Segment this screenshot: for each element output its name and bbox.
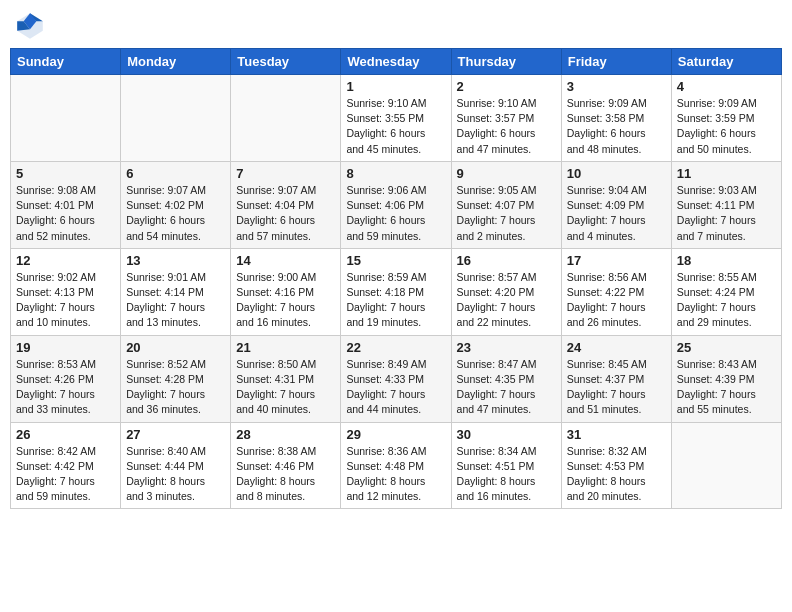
calendar-cell: 12Sunrise: 9:02 AM Sunset: 4:13 PM Dayli… bbox=[11, 248, 121, 335]
day-number: 5 bbox=[16, 166, 115, 181]
logo bbox=[14, 10, 50, 42]
day-number: 9 bbox=[457, 166, 556, 181]
day-number: 2 bbox=[457, 79, 556, 94]
week-row-0: 1Sunrise: 9:10 AM Sunset: 3:55 PM Daylig… bbox=[11, 75, 782, 162]
calendar-cell: 30Sunrise: 8:34 AM Sunset: 4:51 PM Dayli… bbox=[451, 422, 561, 509]
calendar-cell: 7Sunrise: 9:07 AM Sunset: 4:04 PM Daylig… bbox=[231, 161, 341, 248]
day-number: 15 bbox=[346, 253, 445, 268]
day-number: 23 bbox=[457, 340, 556, 355]
day-info: Sunrise: 8:32 AM Sunset: 4:53 PM Dayligh… bbox=[567, 444, 666, 505]
calendar-cell: 31Sunrise: 8:32 AM Sunset: 4:53 PM Dayli… bbox=[561, 422, 671, 509]
calendar-cell bbox=[11, 75, 121, 162]
day-number: 30 bbox=[457, 427, 556, 442]
calendar-cell: 13Sunrise: 9:01 AM Sunset: 4:14 PM Dayli… bbox=[121, 248, 231, 335]
day-number: 20 bbox=[126, 340, 225, 355]
day-number: 22 bbox=[346, 340, 445, 355]
calendar-cell: 28Sunrise: 8:38 AM Sunset: 4:46 PM Dayli… bbox=[231, 422, 341, 509]
day-info: Sunrise: 9:09 AM Sunset: 3:59 PM Dayligh… bbox=[677, 96, 776, 157]
day-info: Sunrise: 9:10 AM Sunset: 3:57 PM Dayligh… bbox=[457, 96, 556, 157]
day-info: Sunrise: 9:06 AM Sunset: 4:06 PM Dayligh… bbox=[346, 183, 445, 244]
weekday-header-saturday: Saturday bbox=[671, 49, 781, 75]
day-number: 16 bbox=[457, 253, 556, 268]
calendar-cell: 24Sunrise: 8:45 AM Sunset: 4:37 PM Dayli… bbox=[561, 335, 671, 422]
day-number: 3 bbox=[567, 79, 666, 94]
weekday-header-row: SundayMondayTuesdayWednesdayThursdayFrid… bbox=[11, 49, 782, 75]
day-info: Sunrise: 8:34 AM Sunset: 4:51 PM Dayligh… bbox=[457, 444, 556, 505]
day-number: 31 bbox=[567, 427, 666, 442]
day-info: Sunrise: 9:00 AM Sunset: 4:16 PM Dayligh… bbox=[236, 270, 335, 331]
day-info: Sunrise: 8:50 AM Sunset: 4:31 PM Dayligh… bbox=[236, 357, 335, 418]
day-number: 27 bbox=[126, 427, 225, 442]
calendar-cell: 17Sunrise: 8:56 AM Sunset: 4:22 PM Dayli… bbox=[561, 248, 671, 335]
calendar-cell: 25Sunrise: 8:43 AM Sunset: 4:39 PM Dayli… bbox=[671, 335, 781, 422]
day-info: Sunrise: 8:42 AM Sunset: 4:42 PM Dayligh… bbox=[16, 444, 115, 505]
day-info: Sunrise: 9:04 AM Sunset: 4:09 PM Dayligh… bbox=[567, 183, 666, 244]
day-info: Sunrise: 8:53 AM Sunset: 4:26 PM Dayligh… bbox=[16, 357, 115, 418]
calendar-cell: 8Sunrise: 9:06 AM Sunset: 4:06 PM Daylig… bbox=[341, 161, 451, 248]
day-info: Sunrise: 8:52 AM Sunset: 4:28 PM Dayligh… bbox=[126, 357, 225, 418]
day-info: Sunrise: 9:07 AM Sunset: 4:04 PM Dayligh… bbox=[236, 183, 335, 244]
day-number: 13 bbox=[126, 253, 225, 268]
calendar-cell bbox=[231, 75, 341, 162]
calendar-cell: 16Sunrise: 8:57 AM Sunset: 4:20 PM Dayli… bbox=[451, 248, 561, 335]
day-info: Sunrise: 8:43 AM Sunset: 4:39 PM Dayligh… bbox=[677, 357, 776, 418]
day-number: 4 bbox=[677, 79, 776, 94]
day-number: 14 bbox=[236, 253, 335, 268]
day-info: Sunrise: 9:02 AM Sunset: 4:13 PM Dayligh… bbox=[16, 270, 115, 331]
calendar-cell: 6Sunrise: 9:07 AM Sunset: 4:02 PM Daylig… bbox=[121, 161, 231, 248]
day-number: 28 bbox=[236, 427, 335, 442]
calendar-cell: 18Sunrise: 8:55 AM Sunset: 4:24 PM Dayli… bbox=[671, 248, 781, 335]
weekday-header-friday: Friday bbox=[561, 49, 671, 75]
day-number: 6 bbox=[126, 166, 225, 181]
day-number: 21 bbox=[236, 340, 335, 355]
day-info: Sunrise: 8:40 AM Sunset: 4:44 PM Dayligh… bbox=[126, 444, 225, 505]
week-row-2: 12Sunrise: 9:02 AM Sunset: 4:13 PM Dayli… bbox=[11, 248, 782, 335]
day-info: Sunrise: 8:57 AM Sunset: 4:20 PM Dayligh… bbox=[457, 270, 556, 331]
calendar-cell: 20Sunrise: 8:52 AM Sunset: 4:28 PM Dayli… bbox=[121, 335, 231, 422]
page-header bbox=[10, 10, 782, 42]
weekday-header-sunday: Sunday bbox=[11, 49, 121, 75]
calendar-cell: 10Sunrise: 9:04 AM Sunset: 4:09 PM Dayli… bbox=[561, 161, 671, 248]
calendar-cell bbox=[671, 422, 781, 509]
calendar-cell: 23Sunrise: 8:47 AM Sunset: 4:35 PM Dayli… bbox=[451, 335, 561, 422]
calendar-cell: 15Sunrise: 8:59 AM Sunset: 4:18 PM Dayli… bbox=[341, 248, 451, 335]
day-info: Sunrise: 8:47 AM Sunset: 4:35 PM Dayligh… bbox=[457, 357, 556, 418]
day-info: Sunrise: 9:05 AM Sunset: 4:07 PM Dayligh… bbox=[457, 183, 556, 244]
day-info: Sunrise: 9:10 AM Sunset: 3:55 PM Dayligh… bbox=[346, 96, 445, 157]
calendar-cell: 9Sunrise: 9:05 AM Sunset: 4:07 PM Daylig… bbox=[451, 161, 561, 248]
day-info: Sunrise: 8:49 AM Sunset: 4:33 PM Dayligh… bbox=[346, 357, 445, 418]
weekday-header-wednesday: Wednesday bbox=[341, 49, 451, 75]
calendar-cell: 5Sunrise: 9:08 AM Sunset: 4:01 PM Daylig… bbox=[11, 161, 121, 248]
week-row-1: 5Sunrise: 9:08 AM Sunset: 4:01 PM Daylig… bbox=[11, 161, 782, 248]
day-number: 10 bbox=[567, 166, 666, 181]
day-info: Sunrise: 8:38 AM Sunset: 4:46 PM Dayligh… bbox=[236, 444, 335, 505]
calendar-cell bbox=[121, 75, 231, 162]
weekday-header-monday: Monday bbox=[121, 49, 231, 75]
day-number: 19 bbox=[16, 340, 115, 355]
calendar-cell: 2Sunrise: 9:10 AM Sunset: 3:57 PM Daylig… bbox=[451, 75, 561, 162]
calendar-cell: 29Sunrise: 8:36 AM Sunset: 4:48 PM Dayli… bbox=[341, 422, 451, 509]
day-number: 1 bbox=[346, 79, 445, 94]
day-info: Sunrise: 8:55 AM Sunset: 4:24 PM Dayligh… bbox=[677, 270, 776, 331]
logo-icon bbox=[14, 10, 46, 42]
day-info: Sunrise: 8:36 AM Sunset: 4:48 PM Dayligh… bbox=[346, 444, 445, 505]
day-number: 29 bbox=[346, 427, 445, 442]
calendar-cell: 26Sunrise: 8:42 AM Sunset: 4:42 PM Dayli… bbox=[11, 422, 121, 509]
calendar-cell: 21Sunrise: 8:50 AM Sunset: 4:31 PM Dayli… bbox=[231, 335, 341, 422]
calendar-cell: 22Sunrise: 8:49 AM Sunset: 4:33 PM Dayli… bbox=[341, 335, 451, 422]
calendar-cell: 19Sunrise: 8:53 AM Sunset: 4:26 PM Dayli… bbox=[11, 335, 121, 422]
day-number: 12 bbox=[16, 253, 115, 268]
day-info: Sunrise: 8:45 AM Sunset: 4:37 PM Dayligh… bbox=[567, 357, 666, 418]
day-number: 25 bbox=[677, 340, 776, 355]
weekday-header-tuesday: Tuesday bbox=[231, 49, 341, 75]
week-row-4: 26Sunrise: 8:42 AM Sunset: 4:42 PM Dayli… bbox=[11, 422, 782, 509]
day-info: Sunrise: 9:08 AM Sunset: 4:01 PM Dayligh… bbox=[16, 183, 115, 244]
day-number: 24 bbox=[567, 340, 666, 355]
day-number: 8 bbox=[346, 166, 445, 181]
calendar-cell: 4Sunrise: 9:09 AM Sunset: 3:59 PM Daylig… bbox=[671, 75, 781, 162]
day-info: Sunrise: 9:01 AM Sunset: 4:14 PM Dayligh… bbox=[126, 270, 225, 331]
calendar-cell: 11Sunrise: 9:03 AM Sunset: 4:11 PM Dayli… bbox=[671, 161, 781, 248]
calendar-cell: 14Sunrise: 9:00 AM Sunset: 4:16 PM Dayli… bbox=[231, 248, 341, 335]
day-info: Sunrise: 9:09 AM Sunset: 3:58 PM Dayligh… bbox=[567, 96, 666, 157]
calendar-table: SundayMondayTuesdayWednesdayThursdayFrid… bbox=[10, 48, 782, 509]
